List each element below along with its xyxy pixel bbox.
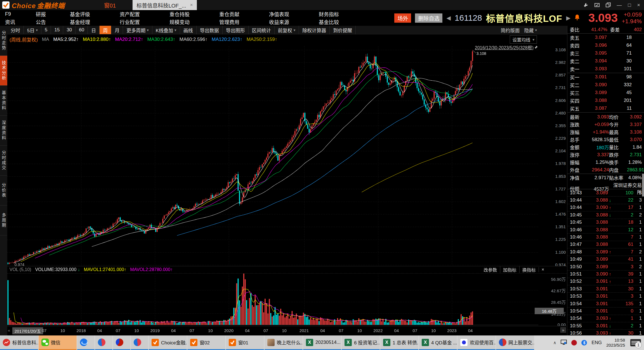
toolbar-item-K线叠加[interactable]: K线叠加▾	[152, 26, 180, 34]
minimize-button[interactable]: —	[617, 2, 622, 8]
taskbar-item-窗01[interactable]: 窗01	[226, 335, 264, 350]
tick-row[interactable]: 10:463.08871	[567, 234, 644, 241]
panel-scrollbar-thumb[interactable]	[642, 174, 644, 197]
toolbar-right-简约版面[interactable]: 简约版面	[501, 27, 520, 34]
toolbar-item-到价提醒[interactable]: 到价提醒	[330, 26, 356, 34]
volume-chart-canvas[interactable]	[7, 274, 538, 326]
indicator-action-换指标[interactable]: 换指标	[519, 266, 539, 273]
tick-row[interactable]: 10:433.0891005	[567, 189, 644, 197]
menu-item-收益来源[interactable]: 收益来源	[269, 18, 319, 25]
next-security-icon[interactable]: ▶	[566, 15, 570, 21]
tick-row[interactable]: 10:513.090↑391	[567, 270, 644, 278]
sidebar-item-分时成交[interactable]: 分时成交	[0, 146, 7, 176]
indicator-close-icon[interactable]: ×	[539, 267, 547, 272]
tick-row[interactable]: 10:533.09131	[567, 293, 644, 300]
sidebar-item-分价表[interactable]: 分价表	[0, 176, 7, 206]
taskbar-item[interactable]	[95, 335, 112, 350]
tick-row[interactable]: 10:503.08932	[567, 263, 644, 270]
hidden-icons-expand-icon[interactable]: ∧	[553, 340, 556, 345]
toolbar-item-15[interactable]: 15	[51, 26, 63, 34]
taskbar-item[interactable]	[77, 335, 95, 350]
visible-date-range[interactable]: 2016/12/30-2023/5/25(328根)	[475, 44, 538, 51]
tick-row[interactable]: 10:563.093↑301	[567, 330, 644, 335]
menu-item-行业配置[interactable]: 行业配置	[120, 18, 169, 25]
toolbar-item-月[interactable]: 月	[111, 26, 123, 34]
menu-item-净值表现[interactable]: 净值表现	[269, 10, 319, 18]
alert-bell-icon[interactable]	[574, 14, 580, 22]
taskbar-item-网上股票交...[interactable]: 网上股票交...	[496, 335, 534, 350]
toolbar-item-导出图形[interactable]: 导出图形	[223, 26, 249, 34]
toolbar-item-导出数据[interactable]: 导出数据	[197, 26, 223, 34]
menu-item-管理费用[interactable]: 管理费用	[219, 18, 269, 25]
taskbar-item-窗02[interactable]: 窗02	[187, 335, 225, 350]
order-book-row[interactable]: 买二3.090332	[567, 81, 644, 89]
sidebar-item-深度资料[interactable]: 深度资料	[0, 116, 7, 146]
indicator-action-加指标[interactable]: 加指标	[500, 266, 519, 273]
sidebar-item-技术分析[interactable]: 技术分析	[0, 56, 7, 86]
tab-fund[interactable]: 标普信息科技LOF_... ×	[133, 0, 197, 10]
tick-row[interactable]: 10:543.09101	[567, 307, 644, 315]
menu-item-基金评级[interactable]: 基金评级	[70, 10, 120, 18]
taskbar-item[interactable]	[113, 335, 130, 350]
ma-settings-button[interactable]: 设置均线▾	[510, 35, 537, 44]
tick-row[interactable]: 10:453.088181	[567, 219, 644, 226]
taskbar-item[interactable]	[131, 335, 148, 350]
tick-row[interactable]: 10:553.091↓21	[567, 322, 644, 330]
toolbar-item-周[interactable]: 周	[100, 26, 111, 34]
toolbar-item-前复权[interactable]: 前复权▾	[275, 26, 299, 34]
taskbar-item-6 投资笔记...[interactable]: X6 投资笔记...	[342, 335, 380, 350]
toolbar-item-区间统计[interactable]: 区间统计	[249, 26, 275, 34]
toolbar-right-隐藏[interactable]: 隐藏▾	[524, 27, 537, 34]
price-chart-canvas[interactable]	[7, 45, 538, 267]
tick-row[interactable]: 10:523.091↑131	[567, 278, 644, 285]
order-book-row[interactable]: 买四3.088201	[567, 97, 644, 104]
tick-row[interactable]: 10:543.093↑11	[567, 315, 644, 322]
tick-row[interactable]: 10:463.088121	[567, 226, 644, 234]
window-label[interactable]: 窗01	[104, 1, 116, 9]
bluetooth-tray-icon[interactable]	[581, 340, 587, 346]
toolbar-item-分时[interactable]: 分时	[7, 26, 24, 34]
order-book-row[interactable]: 卖二3.09430	[567, 57, 644, 65]
tick-row[interactable]: 10:443.088↓223	[567, 197, 644, 204]
tick-row[interactable]: 10:443.090↑171	[567, 204, 644, 211]
display-tray-icon[interactable]	[561, 339, 567, 346]
toolbar-item-画线[interactable]: 画线	[180, 26, 197, 34]
menu-item-F9[interactable]: F9	[3, 11, 36, 17]
order-book-row[interactable]: 买五3.08711	[567, 104, 644, 112]
taskbar-item-微信[interactable]: 微信	[39, 335, 77, 350]
order-book-row[interactable]: 买三3.08945	[567, 89, 644, 97]
taskbar-item-20230514...[interactable]: X20230514...	[303, 335, 341, 350]
taskbar-item-Choice金融...[interactable]: Choice金融...	[149, 335, 187, 350]
tick-row[interactable]: 10:483.089↑72	[567, 248, 644, 256]
language-indicator[interactable]: ENG	[591, 340, 602, 346]
order-book-row[interactable]: 卖五3.09718	[567, 34, 644, 41]
tick-row[interactable]: 10:453.088↓22	[567, 211, 644, 219]
menu-item-研报[interactable]: 研报	[36, 10, 70, 18]
tick-row[interactable]: 10:473.088611	[567, 241, 644, 248]
prev-security-icon[interactable]: ◀	[446, 15, 450, 21]
menu-item-重仓持股[interactable]: 重仓持股	[169, 10, 219, 18]
order-book-row[interactable]: 卖四3.09664	[567, 41, 644, 49]
menu-item-资产配置[interactable]: 资产配置	[120, 10, 169, 18]
tab-close-icon[interactable]: ×	[190, 2, 193, 8]
tick-row[interactable]: 10:493.089411	[567, 256, 644, 263]
close-button[interactable]: ×	[637, 2, 640, 8]
delete-watchlist-button[interactable]: 删除自选	[415, 13, 442, 23]
sidebar-item-分时走势[interactable]: 分时走势	[0, 26, 7, 56]
scroll-left-icon[interactable]: «	[8, 328, 10, 333]
order-book-row[interactable]: 卖三3.09571	[567, 49, 644, 57]
order-book-row[interactable]: 买一3.09198	[567, 73, 644, 81]
toolbar-item-5[interactable]: 5	[41, 26, 51, 34]
indicator-action-改参数[interactable]: 改参数	[481, 266, 500, 273]
toolbar-item-30[interactable]: 30	[63, 26, 76, 34]
taskbar-item-1 总表 转债...[interactable]: X1 总表 转债...	[380, 335, 418, 350]
sidebar-item-多周期[interactable]: 多周期	[0, 206, 7, 235]
tick-row[interactable]: 10:533.091301	[567, 285, 644, 293]
menu-item-公告[interactable]: 公告	[36, 18, 70, 25]
red-app-tray-icon[interactable]	[571, 340, 577, 346]
toolbar-item-60[interactable]: 60	[76, 26, 88, 34]
taskbar-item-欢迎使用百...[interactable]: 欢迎使用百...	[457, 335, 496, 350]
clock[interactable]: 10:582023/5/25	[606, 338, 625, 348]
tools-icon[interactable]	[583, 3, 588, 8]
offsite-button[interactable]: 场外	[394, 13, 411, 23]
